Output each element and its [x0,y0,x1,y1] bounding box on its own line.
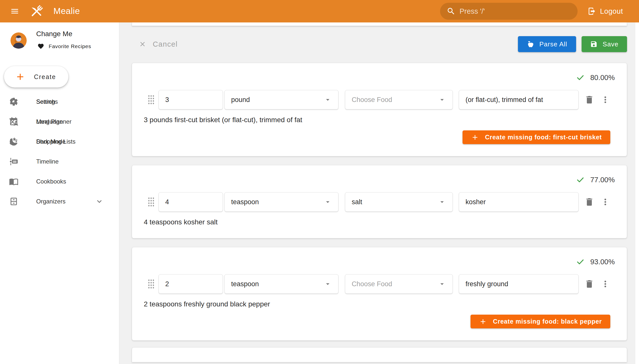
confidence-value: 77.00% [590,176,615,184]
plus-icon [15,72,26,82]
mealie-app: Mealie Logout Change Me Favorite Recipes [0,0,639,364]
dropdown-caret-icon [324,280,332,288]
drag-handle-icon[interactable] [148,197,154,207]
trash-icon [584,197,594,207]
note-input[interactable] [459,274,579,294]
plus-icon [479,318,487,326]
logout-icon [588,7,596,16]
original-ingredient-text: 4 teaspoons kosher salt [144,218,627,226]
parser-toolbar: Cancel Parse All Save [132,36,627,52]
missing-food-row: Create missing food: black pepper [132,315,610,328]
search-icon [447,7,456,16]
app-header: Mealie Logout [0,0,639,22]
quantity-input[interactable] [158,274,223,294]
ingredient-card: 80.00% pound Choose Food 3 pounds first-… [132,63,627,156]
kebab-menu-icon [600,197,610,207]
drag-handle-icon[interactable] [148,95,154,105]
ingredient-card-list: 80.00% pound Choose Food 3 pounds first-… [132,63,627,340]
kebab-menu-icon [600,95,610,105]
ingredient-fields-row: pound Choose Food [132,90,627,110]
unit-value: pound [231,96,250,104]
search-input[interactable] [460,7,571,16]
more-options-button[interactable] [600,195,611,209]
check-icon [576,175,585,184]
delete-ingredient-button[interactable] [584,93,595,106]
create-missing-food-label: Create missing food: first-cut brisket [485,134,602,141]
unit-select[interactable]: teaspoon [225,274,338,294]
confidence-row: 77.00% [132,165,627,184]
dropdown-caret-icon [438,280,446,288]
moon-icon [9,137,19,146]
plus-icon [471,134,479,141]
gear-icon [9,97,19,106]
app-title: Mealie [53,6,80,16]
quantity-input[interactable] [158,90,223,110]
ingredient-card: 93.00% teaspoon Choose Food 2 teaspoons … [132,247,627,340]
food-value: Choose Food [352,96,392,104]
dropdown-caret-icon [438,198,446,206]
scrolled-card-edge [132,22,627,26]
ingredient-fields-row: teaspoon salt [132,192,627,212]
dropdown-caret-icon [438,96,446,104]
delete-ingredient-button[interactable] [584,277,595,291]
sidebar-item-language[interactable]: Language [0,112,119,132]
apple-icon [527,40,534,48]
quantity-input[interactable] [158,192,223,212]
sidebar: Change Me Favorite Recipes Create Search… [0,22,119,364]
trash-icon [584,279,594,289]
check-icon [576,73,585,82]
avatar[interactable] [11,32,27,48]
note-input[interactable] [459,192,579,212]
close-icon [139,40,146,48]
dropdown-caret-icon [324,198,332,206]
translate-icon [9,117,19,126]
global-search[interactable] [440,3,578,20]
unit-select[interactable]: pound [225,90,338,110]
sidebar-bottom-nav: Settings Language Dark Mode [0,92,119,359]
confidence-row: 80.00% [132,63,627,82]
create-missing-food-button[interactable]: Create missing food: first-cut brisket [463,130,610,144]
confidence-row: 93.00% [132,247,627,266]
parse-all-button[interactable]: Parse All [518,36,576,52]
unit-value: teaspoon [231,198,259,206]
scrollbar[interactable] [635,22,639,364]
food-value: salt [352,198,362,206]
drag-handle-icon[interactable] [148,279,154,289]
original-ingredient-text: 2 teaspoons freshly ground black pepper [144,300,627,308]
check-icon [576,257,585,266]
note-input[interactable] [459,90,579,110]
more-options-button[interactable] [600,93,611,106]
ingredient-fields-row: teaspoon Choose Food [132,274,627,294]
mealie-logo-icon [28,2,46,20]
food-select[interactable]: Choose Food [345,90,453,110]
ingredient-card: 77.00% teaspoon salt 4 teaspoons kosher … [132,165,627,238]
unit-value: teaspoon [231,280,259,288]
food-select[interactable]: Choose Food [345,274,453,294]
logout-button[interactable]: Logout [588,0,623,22]
heart-icon [38,43,44,50]
create-missing-food-label: Create missing food: black pepper [493,318,602,325]
confidence-value: 93.00% [590,258,615,266]
original-ingredient-text: 3 pounds first-cut brisket (or flat-cut)… [144,116,627,124]
menu-icon[interactable] [10,7,20,16]
confidence-value: 80.00% [590,74,615,82]
more-options-button[interactable] [600,277,611,291]
kebab-menu-icon [600,279,610,289]
save-button[interactable]: Save [582,36,627,52]
create-button[interactable]: Create [4,66,68,88]
food-select[interactable]: salt [345,192,453,212]
user-name: Change Me [36,30,72,38]
create-missing-food-button[interactable]: Create missing food: black pepper [471,315,610,328]
main-content: Cancel Parse All Save 80.00% pou [119,22,635,364]
unit-select[interactable]: teaspoon [225,192,338,212]
delete-ingredient-button[interactable] [584,195,595,209]
food-value: Choose Food [352,280,392,288]
missing-food-row: Create missing food: first-cut brisket [132,130,610,144]
sidebar-item-dark-mode[interactable]: Dark Mode [0,132,119,152]
sidebar-item-settings[interactable]: Settings [0,92,119,112]
cancel-button[interactable]: Cancel [139,40,178,48]
trash-icon [584,95,594,105]
save-icon [590,40,597,48]
favorite-recipes-link[interactable]: Favorite Recipes [38,43,91,50]
next-card-edge [132,347,627,362]
